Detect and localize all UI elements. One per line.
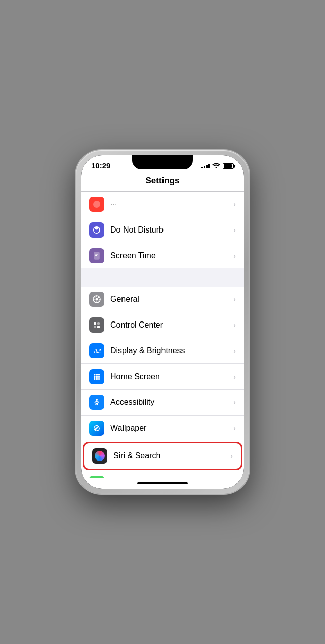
display-chevron: › [233, 347, 236, 355]
svg-rect-14 [94, 376, 96, 378]
svg-rect-19 [98, 378, 100, 380]
do-not-disturb-icon [89, 222, 104, 238]
control-center-chevron: › [233, 321, 236, 329]
display-label: Display & Brightness [110, 346, 233, 355]
settings-row-face-id[interactable]: Face ID & Passcode › [81, 471, 244, 478]
screen: 10:29 [81, 155, 244, 489]
accessibility-chevron: › [233, 398, 236, 406]
wallpaper-icon [89, 421, 104, 436]
signal-bar-4 [208, 164, 210, 168]
home-screen-label: Home Screen [110, 372, 233, 381]
settings-row-screen-time[interactable]: Screen Time › [81, 243, 244, 268]
screen-time-chevron: › [233, 252, 236, 260]
partial-icon [89, 197, 104, 212]
svg-point-20 [96, 399, 98, 401]
phone-frame: 10:29 [76, 150, 249, 494]
svg-point-0 [93, 201, 100, 208]
face-id-icon [89, 476, 104, 478]
do-not-disturb-chevron: › [233, 226, 236, 234]
signal-bars-icon [201, 164, 210, 168]
partial-chevron: › [233, 200, 236, 208]
svg-rect-11 [94, 374, 96, 376]
settings-row-siri[interactable]: Siri & Search › [83, 442, 242, 470]
signal-bar-3 [206, 165, 208, 168]
general-chevron: › [233, 295, 236, 303]
accessibility-icon [89, 395, 104, 410]
wifi-icon [212, 162, 220, 170]
control-center-label: Control Center [110, 320, 233, 330]
signal-bar-1 [201, 167, 203, 168]
settings-row-home-screen[interactable]: Home Screen › [81, 364, 244, 390]
notch [132, 155, 193, 169]
screen-time-icon [89, 248, 104, 263]
settings-row-control-center[interactable]: Control Center › [81, 312, 244, 338]
control-center-icon [89, 317, 104, 333]
do-not-disturb-label: Do Not Disturb [110, 225, 233, 235]
svg-rect-15 [96, 376, 98, 378]
settings-row-general[interactable]: General › [81, 287, 244, 312]
svg-rect-3 [95, 255, 97, 256]
svg-point-5 [96, 298, 98, 301]
siri-chevron: › [230, 452, 233, 460]
settings-row-accessibility[interactable]: Accessibility › [81, 390, 244, 416]
svg-rect-12 [96, 374, 98, 376]
svg-rect-6 [94, 322, 96, 325]
page-title: Settings [81, 173, 244, 192]
siri-label: Siri & Search [113, 451, 230, 461]
settings-row-wallpaper[interactable]: Wallpaper › [81, 416, 244, 441]
svg-rect-2 [95, 254, 98, 255]
home-screen-icon [89, 369, 104, 384]
svg-rect-9 [97, 326, 100, 328]
home-screen-chevron: › [233, 373, 236, 381]
svg-text:AA: AA [94, 347, 101, 354]
home-indicator [81, 478, 244, 489]
svg-rect-13 [98, 374, 100, 376]
screen-time-label: Screen Time [110, 251, 233, 260]
section-divider-1 [81, 269, 244, 287]
settings-row-partial[interactable]: ··· › [81, 192, 244, 217]
svg-rect-18 [96, 378, 98, 380]
settings-row-do-not-disturb[interactable]: Do Not Disturb › [81, 217, 244, 243]
accessibility-label: Accessibility [110, 398, 233, 407]
battery-status-icon [223, 163, 234, 169]
siri-icon [92, 448, 107, 464]
svg-rect-17 [94, 378, 96, 380]
general-label: General [110, 295, 233, 304]
settings-section-top: ··· › Do Not Disturb › [81, 192, 244, 268]
settings-section-general: General › Control [81, 287, 244, 478]
home-bar [137, 482, 188, 484]
svg-rect-16 [98, 376, 100, 378]
svg-rect-8 [94, 326, 96, 328]
wallpaper-chevron: › [233, 424, 236, 432]
status-time: 10:29 [91, 161, 110, 170]
settings-list[interactable]: ··· › Do Not Disturb › [81, 192, 244, 478]
svg-rect-7 [97, 322, 100, 325]
wallpaper-label: Wallpaper [110, 424, 233, 433]
phone-inner: 10:29 [81, 155, 244, 489]
partial-label: ··· [110, 200, 233, 209]
general-icon [89, 292, 104, 307]
battery-fill [224, 164, 232, 168]
display-icon: AA [89, 343, 104, 358]
signal-bar-2 [204, 166, 205, 168]
settings-row-display[interactable]: AA Display & Brightness › [81, 338, 244, 364]
status-icons [201, 162, 234, 170]
